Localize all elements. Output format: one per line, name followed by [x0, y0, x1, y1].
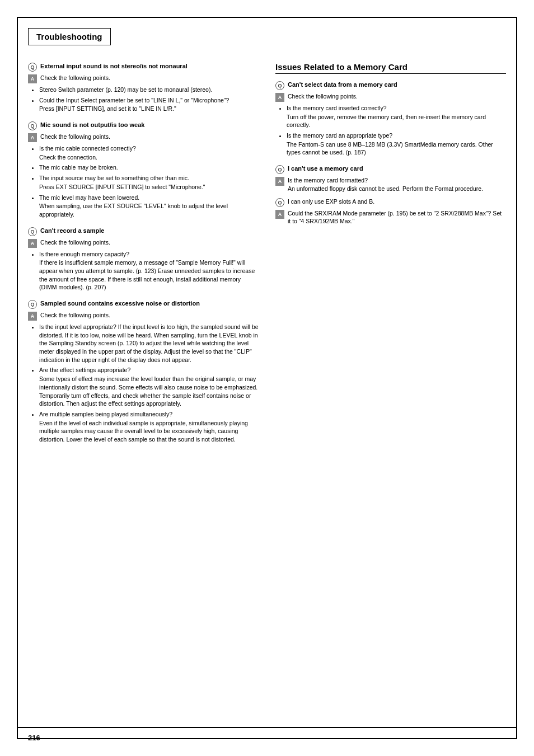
q-icon: Q	[28, 63, 37, 72]
sub-question-text: I can only use EXP slots A and B.	[288, 198, 374, 206]
section-cant-record: Q Can't record a sample A Check the foll…	[28, 227, 259, 292]
answer-row: A Check the following points.	[28, 133, 259, 142]
question-text: Can't record a sample	[40, 227, 105, 235]
bullet-list: Stereo Switch parameter (p. 120) may be …	[39, 86, 259, 113]
bullet-list: Is the memory card inserted correctly? T…	[287, 104, 506, 157]
sub-answer-text: Could the SRX/RAM Mode parameter (p. 195…	[288, 209, 506, 226]
question-text: External input sound is not stereo/is no…	[40, 62, 188, 71]
answer-intro: Check the following points.	[40, 311, 110, 320]
list-item: Are the effect settings appropriate? Som…	[39, 366, 259, 407]
sub-answer-row: A Could the SRX/RAM Mode parameter (p. 1…	[275, 209, 506, 226]
a-icon: A	[28, 133, 37, 142]
question-text: Sampled sound contains excessive noise o…	[40, 299, 200, 308]
q-icon: Q	[28, 227, 37, 236]
a-icon: A	[275, 177, 284, 186]
sub-question-row: Q I can only use EXP slots A and B.	[275, 198, 506, 207]
q-icon: Q	[275, 198, 284, 207]
question-row: Q External input sound is not stereo/is …	[28, 62, 259, 72]
question-text: Can't select data from a memory card	[288, 81, 397, 89]
page-title: Troubleshooting	[36, 32, 102, 41]
question-text: Mic sound is not output/is too weak	[40, 121, 144, 129]
answer-intro: Check the following points.	[288, 92, 358, 101]
answer-row: A Check the following points.	[275, 92, 506, 102]
bullet-list: Is the mic cable connected correctly? Ch…	[39, 144, 259, 219]
question-text: I can't use a memory card	[288, 165, 363, 173]
a-icon: A	[275, 210, 284, 219]
list-item: The mic level may have been lowered. Whe…	[39, 194, 259, 219]
list-item: Are multiple samples being played simult…	[39, 410, 259, 444]
page-title-box: Troubleshooting	[28, 28, 111, 45]
list-item: The input source may be set to something…	[39, 174, 259, 191]
answer-intro: Check the following points.	[40, 238, 110, 247]
answer-intro: Check the following points.	[40, 74, 110, 82]
bullet-list: Is the input level appropriate? If the i…	[39, 323, 259, 444]
a-icon: A	[28, 239, 37, 248]
right-section-title: Issues Related to a Memory Card	[275, 62, 506, 74]
list-item: Is the input level appropriate? If the i…	[39, 323, 259, 364]
question-row: Q Sampled sound contains excessive noise…	[28, 299, 259, 309]
q-icon: Q	[28, 121, 37, 130]
question-row: Q Can't record a sample	[28, 227, 259, 236]
list-item: Is the mic cable connected correctly? Ch…	[39, 144, 259, 161]
page-number: 216	[28, 734, 40, 742]
q-icon: Q	[275, 81, 284, 90]
bullet-list: Is there enough memory capacity? If ther…	[39, 250, 259, 292]
section-cant-select-data: Q Can't select data from a memory card A…	[275, 81, 506, 157]
a-icon: A	[275, 93, 284, 102]
answer-row: A Is the memory card formatted? An unfor…	[275, 176, 506, 192]
list-item: Is the memory card inserted correctly? T…	[287, 104, 506, 129]
right-column: Issues Related to a Memory Card Q Can't …	[275, 62, 506, 452]
answer-intro: Check the following points.	[40, 133, 110, 141]
q-icon: Q	[275, 165, 284, 174]
section-cant-use-card: Q I can't use a memory card A Is the mem…	[275, 165, 506, 226]
section-sampled-noise: Q Sampled sound contains excessive noise…	[28, 299, 259, 444]
answer-row: A Check the following points.	[28, 74, 259, 83]
section-mic-sound: Q Mic sound is not output/is too weak A …	[28, 121, 259, 219]
a-icon: A	[28, 312, 37, 321]
list-item: The mic cable may be broken.	[39, 163, 259, 172]
list-item: Could the Input Select parameter be set …	[39, 96, 259, 113]
list-item: Stereo Switch parameter (p. 120) may be …	[39, 86, 259, 94]
sub-qa-block: Q I can only use EXP slots A and B. A Co…	[275, 198, 506, 226]
question-row: Q Mic sound is not output/is too weak	[28, 121, 259, 130]
answer-row: A Check the following points.	[28, 311, 259, 321]
answer-row: A Check the following points.	[28, 238, 259, 248]
answer-intro: Is the memory card formatted? An unforma…	[288, 176, 483, 192]
q-icon: Q	[28, 300, 37, 309]
list-item: Is the memory card an appropriate type? …	[287, 132, 506, 157]
content-area: Q External input sound is not stereo/is …	[28, 62, 506, 452]
left-column: Q External input sound is not stereo/is …	[28, 62, 259, 452]
bottom-border	[17, 727, 517, 728]
question-row: Q I can't use a memory card	[275, 165, 506, 174]
question-row: Q Can't select data from a memory card	[275, 81, 506, 90]
section-ext-input-stereo: Q External input sound is not stereo/is …	[28, 62, 259, 113]
list-item: Is there enough memory capacity? If ther…	[39, 250, 259, 292]
page: Troubleshooting Q External input sound i…	[0, 0, 534, 756]
a-icon: A	[28, 74, 37, 83]
